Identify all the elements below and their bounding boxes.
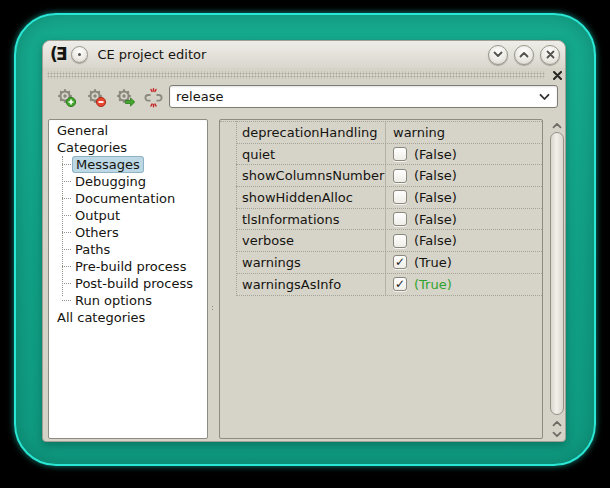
sidebar-item-all-categories[interactable]: All categories <box>49 309 207 326</box>
sidebar-item-others[interactable]: Others <box>49 224 207 241</box>
scrollbar-thumb[interactable] <box>550 132 564 415</box>
window-title: CE project editor <box>97 47 206 62</box>
sidebar-item-output[interactable]: Output <box>49 207 207 224</box>
maximize-button[interactable] <box>514 45 534 65</box>
table-row[interactable]: warningsAsInfo ✓(True) <box>236 274 542 296</box>
property-name: showHiddenAlloc <box>236 187 386 208</box>
chevron-down-icon[interactable] <box>535 93 557 101</box>
chevron-down-icon <box>493 51 503 58</box>
remove-target-button[interactable] <box>85 85 107 109</box>
toolbar-close-button[interactable] <box>551 70 563 80</box>
table-row[interactable]: warnings ✓(True) <box>236 252 542 274</box>
scroll-up-button-bottom[interactable] <box>548 418 566 428</box>
chevron-down-icon <box>552 431 562 438</box>
selected-item-highlight: Messages <box>72 156 144 173</box>
property-value: (False) <box>414 147 457 162</box>
checkbox[interactable] <box>393 169 407 183</box>
sidebar-item-documentation[interactable]: Documentation <box>49 190 207 207</box>
toolbar-handle-dots <box>47 71 545 79</box>
close-icon <box>553 71 562 80</box>
property-name: tlsInformations <box>236 209 386 230</box>
sidebar-item-messages[interactable]: Messages <box>49 156 207 173</box>
close-icon <box>546 50 555 59</box>
table-row[interactable]: quiet (False) <box>236 144 542 166</box>
property-name: warningsAsInfo <box>236 274 386 295</box>
table-row[interactable]: showColumnsNumber (False) <box>236 165 542 187</box>
close-button[interactable] <box>540 45 560 65</box>
sidebar-item-general[interactable]: General <box>49 122 207 139</box>
property-value: (False) <box>414 168 457 183</box>
broken-link-icon <box>143 87 164 108</box>
sidebar-item-run-options[interactable]: Run options <box>49 292 207 309</box>
property-name: verbose <box>236 230 386 251</box>
window-menu-button[interactable] <box>71 46 88 63</box>
sidebar-item-debugging[interactable]: Debugging <box>49 173 207 190</box>
property-name: warnings <box>236 252 386 273</box>
property-value: (True) <box>414 277 452 292</box>
chevron-up-icon <box>552 420 562 427</box>
property-value: warning <box>393 125 445 140</box>
chevron-up-icon <box>519 51 529 58</box>
toolbar-handle[interactable] <box>47 70 563 80</box>
table-row[interactable]: showHiddenAlloc (False) <box>236 187 542 209</box>
unlink-target-button[interactable] <box>142 85 164 109</box>
chevron-up-icon <box>552 122 562 129</box>
property-name: quiet <box>236 144 386 165</box>
sidebar-item-paths[interactable]: Paths <box>49 241 207 258</box>
sidebar-item-categories[interactable]: Categories <box>49 139 207 156</box>
add-target-button[interactable] <box>55 85 77 109</box>
shade-button[interactable] <box>488 45 508 65</box>
vertical-scrollbar[interactable] <box>548 119 566 439</box>
gear-arrow-icon <box>115 87 136 108</box>
screenshot: (Ǝ CE project editor <box>0 0 610 488</box>
sidebar-item-post-build-process[interactable]: Post-build process <box>49 275 207 292</box>
property-value: (False) <box>414 190 457 205</box>
table-row[interactable]: deprecationHandling warning <box>236 122 542 144</box>
checkbox-checked[interactable]: ✓ <box>393 277 407 291</box>
property-value: (True) <box>414 255 452 270</box>
app-icon: (Ǝ <box>50 46 65 63</box>
target-combobox-input[interactable] <box>170 89 535 104</box>
category-tree: General Categories Messages Debugging Do… <box>48 119 208 439</box>
gear-plus-icon <box>56 87 77 108</box>
sidebar-item-pre-build-process[interactable]: Pre-build process <box>49 258 207 275</box>
ce-project-editor-window: (Ǝ CE project editor <box>42 40 566 442</box>
property-value: (False) <box>414 212 457 227</box>
checkbox[interactable] <box>393 190 407 204</box>
copy-target-button[interactable] <box>114 85 136 109</box>
splitter-handle[interactable] <box>211 305 215 311</box>
scroll-down-button[interactable] <box>548 429 566 439</box>
menu-dot-icon <box>78 53 81 56</box>
checkbox[interactable] <box>393 212 407 226</box>
property-name: showColumnsNumber <box>236 165 386 186</box>
property-value: (False) <box>414 233 457 248</box>
checkbox[interactable] <box>393 147 407 161</box>
gear-minus-icon <box>86 87 107 108</box>
table-row[interactable]: tlsInformations (False) <box>236 209 542 231</box>
table-row[interactable]: verbose (False) <box>236 230 542 252</box>
property-table: deprecationHandling warning quiet (False… <box>219 119 543 439</box>
checkbox[interactable] <box>393 234 407 248</box>
checkbox-checked[interactable]: ✓ <box>393 255 407 269</box>
target-combobox[interactable] <box>169 85 558 108</box>
titlebar[interactable]: (Ǝ CE project editor <box>43 41 565 68</box>
property-name: deprecationHandling <box>236 122 386 143</box>
scroll-up-button[interactable] <box>548 120 566 130</box>
